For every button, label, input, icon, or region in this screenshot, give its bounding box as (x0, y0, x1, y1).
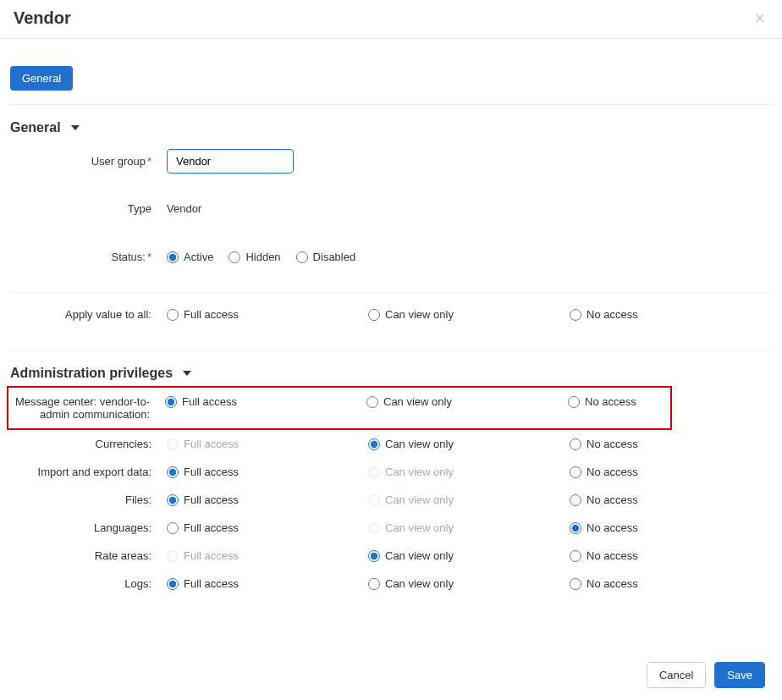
status-hidden[interactable]: Hidden (229, 251, 280, 263)
priv-label-files: Files: (10, 493, 158, 506)
priv-msgcenter-none[interactable]: No access (568, 395, 670, 408)
priv-logs-full[interactable]: Full access (167, 577, 368, 590)
status-disabled[interactable]: Disabled (296, 251, 356, 263)
priv-row-files: Files:Full accessCan view onlyNo access (10, 486, 774, 514)
save-button[interactable]: Save (714, 662, 765, 688)
dialog-title: Vendor (14, 8, 71, 28)
privileges-list: Message center: vendor-to-admin communic… (10, 386, 774, 598)
cancel-button[interactable]: Cancel (647, 662, 706, 688)
close-icon[interactable]: × (751, 9, 768, 28)
section-admin-priv-heading[interactable]: Administration privileges (10, 350, 774, 386)
priv-label-currencies: Currencies: (10, 438, 158, 450)
row-type: Type Vendor (10, 182, 774, 235)
priv-languages-view: Can view only (368, 521, 570, 534)
priv-label-importexp: Import and export data: (10, 466, 158, 478)
apply-all-full[interactable]: Full access (167, 308, 368, 321)
dialog-body: General General User group* Type Vendor … (0, 41, 782, 649)
priv-currencies-view[interactable]: Can view only (368, 438, 570, 450)
row-user-group: User group* (10, 141, 774, 182)
priv-currencies-none[interactable]: No access (570, 438, 774, 450)
tabs-bar: General (10, 41, 774, 105)
priv-importexp-view: Can view only (368, 466, 570, 478)
caret-down-icon (71, 125, 80, 130)
priv-importexp-none[interactable]: No access (570, 466, 774, 478)
priv-row-msgcenter: Message center: vendor-to-admin communic… (8, 393, 670, 423)
required-asterisk: * (147, 251, 151, 263)
priv-label-msgcenter: Message center: vendor-to-admin communic… (8, 395, 157, 421)
priv-row-languages: Languages:Full accessCan view onlyNo acc… (10, 514, 774, 542)
priv-languages-full[interactable]: Full access (167, 521, 368, 534)
caret-down-icon (183, 371, 191, 376)
priv-rateareas-full: Full access (167, 549, 368, 562)
dialog-header: Vendor × (0, 0, 782, 39)
priv-msgcenter-full[interactable]: Full access (165, 395, 366, 408)
row-status: Status:* Active Hidden Disabled (10, 235, 774, 278)
section-admin-priv-label: Administration privileges (10, 366, 173, 381)
label-type: Type (10, 202, 158, 215)
priv-label-languages: Languages: (10, 521, 158, 534)
priv-currencies-full: Full access (167, 438, 368, 450)
label-user-group: User group* (10, 155, 158, 168)
priv-files-full[interactable]: Full access (167, 493, 368, 506)
priv-files-view: Can view only (368, 493, 570, 506)
section-general-heading[interactable]: General (10, 105, 774, 141)
priv-row-logs: Logs:Full accessCan view onlyNo access (10, 570, 774, 598)
apply-all-view[interactable]: Can view only (368, 308, 570, 321)
required-asterisk: * (147, 155, 151, 168)
priv-row-rateareas: Rate areas:Full accessCan view onlyNo ac… (10, 542, 774, 570)
priv-row-importexp: Import and export data:Full accessCan vi… (10, 458, 774, 486)
tab-general[interactable]: General (10, 66, 73, 91)
label-status: Status:* (10, 251, 158, 263)
priv-logs-none[interactable]: No access (570, 577, 774, 590)
label-apply-all: Apply value to all: (10, 308, 158, 321)
priv-label-rateareas: Rate areas: (10, 549, 158, 562)
priv-msgcenter-view[interactable]: Can view only (366, 395, 568, 408)
status-active[interactable]: Active (167, 251, 213, 263)
priv-languages-none[interactable]: No access (570, 521, 774, 534)
row-apply-all: Apply value to all: Full access Can view… (10, 293, 774, 336)
section-general-label: General (10, 120, 61, 135)
priv-label-logs: Logs: (10, 577, 158, 590)
value-type: Vendor (167, 202, 201, 215)
priv-files-none[interactable]: No access (570, 493, 774, 506)
user-group-field[interactable] (167, 149, 294, 174)
dialog-footer: Cancel Save (0, 649, 782, 700)
apply-all-none[interactable]: No access (570, 308, 774, 321)
priv-rateareas-view[interactable]: Can view only (368, 549, 570, 562)
priv-row-currencies: Currencies:Full accessCan view onlyNo ac… (10, 430, 774, 458)
priv-importexp-full[interactable]: Full access (167, 466, 368, 478)
highlight-msgcenter: Message center: vendor-to-admin communic… (7, 386, 672, 430)
priv-rateareas-none[interactable]: No access (570, 549, 774, 562)
priv-logs-view[interactable]: Can view only (368, 577, 570, 590)
